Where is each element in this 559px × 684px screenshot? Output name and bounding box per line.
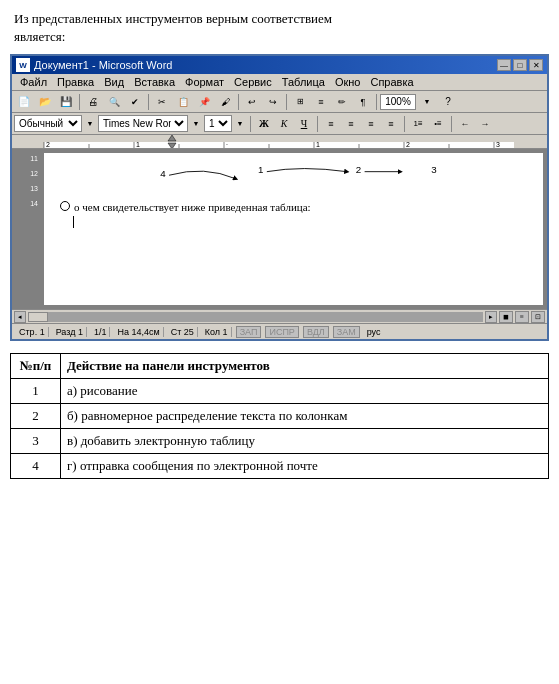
outline-view-btn[interactable]: ≡: [515, 311, 529, 323]
layout-view-btn[interactable]: ⊡: [531, 311, 545, 323]
print-button[interactable]: 🖨: [83, 93, 103, 111]
increase-indent-button[interactable]: →: [476, 115, 494, 132]
table-header-row: №п/п Действие на панели инструментов: [11, 354, 549, 379]
menu-help[interactable]: Справка: [366, 75, 417, 89]
svg-text:2: 2: [46, 141, 50, 148]
bullets-button[interactable]: •≡: [429, 115, 447, 132]
close-button[interactable]: ✕: [529, 59, 543, 71]
zoom-dropdown-button[interactable]: ▼: [417, 93, 437, 111]
size-select[interactable]: 12: [204, 115, 232, 132]
format-painter-button[interactable]: 🖌: [215, 93, 235, 111]
svg-text:1: 1: [136, 141, 140, 148]
status-lang: рус: [364, 327, 384, 337]
data-table-container: №п/п Действие на панели инструментов 1 а…: [10, 353, 549, 479]
redo-button[interactable]: ↪: [263, 93, 283, 111]
menu-table[interactable]: Таблица: [278, 75, 329, 89]
align-left-button[interactable]: ≡: [322, 115, 340, 132]
menu-edit[interactable]: Правка: [53, 75, 98, 89]
format-toolbar: Обычный ▼ Times New Roman ▼ 12 ▼ Ж К Ч ≡…: [12, 113, 547, 135]
normal-view-btn[interactable]: ◼: [499, 311, 513, 323]
text-cursor: [73, 216, 74, 228]
status-rec: ЗАП: [236, 326, 262, 338]
font-dropdown-btn[interactable]: ▼: [190, 115, 202, 133]
status-extend: ВДЛ: [303, 326, 329, 338]
ruler-svg: 2 1 · 1 2 3: [14, 135, 545, 149]
menu-window[interactable]: Окно: [331, 75, 365, 89]
word-icon: W: [16, 58, 30, 72]
ruler: 2 1 · 1 2 3: [12, 135, 547, 149]
svg-text:1: 1: [316, 141, 320, 148]
doc-main-text: о чем свидетельствует ниже приведенная т…: [74, 199, 311, 216]
columns-button[interactable]: ≡: [311, 93, 331, 111]
svg-text:4: 4: [160, 168, 166, 179]
separator1: [79, 94, 80, 110]
svg-rect-2: [44, 135, 514, 142]
maximize-button[interactable]: □: [513, 59, 527, 71]
svg-text:2: 2: [406, 141, 410, 148]
word-docarea[interactable]: 4 1 2 3: [40, 149, 547, 309]
fmt-sep3: [404, 116, 405, 132]
line-numbers: 11 12 13 14: [12, 149, 40, 309]
status-overtype: ЗАМ: [333, 326, 360, 338]
style-dropdown-btn[interactable]: ▼: [84, 115, 96, 133]
table-button[interactable]: ⊞: [290, 93, 310, 111]
status-col: Кол 1: [202, 327, 232, 337]
svg-text:3: 3: [431, 165, 436, 176]
decrease-indent-button[interactable]: ←: [456, 115, 474, 132]
paste-button[interactable]: 📌: [194, 93, 214, 111]
table-row: 2 б) равномерное распределение текста по…: [11, 404, 549, 429]
doc-text-line: о чем свидетельствует ниже приведенная т…: [60, 199, 527, 216]
data-table: №п/п Действие на панели инструментов 1 а…: [10, 353, 549, 479]
word-statusbar: Стр. 1 Разд 1 1/1 На 14,4см Ст 25 Кол 1 …: [12, 323, 547, 339]
scroll-left-btn[interactable]: ◂: [14, 311, 26, 323]
show-para-button[interactable]: ¶: [353, 93, 373, 111]
zoom-input[interactable]: [380, 94, 416, 110]
scroll-track[interactable]: [28, 312, 483, 322]
new-button[interactable]: 📄: [14, 93, 34, 111]
fmt-sep4: [451, 116, 452, 132]
align-center-button[interactable]: ≡: [342, 115, 360, 132]
doc-outer: 11 12 13 14 4 1 2: [12, 149, 547, 309]
menu-tools[interactable]: Сервис: [230, 75, 276, 89]
underline-button[interactable]: Ч: [295, 115, 313, 132]
fmt-sep1: [250, 116, 251, 132]
drawing-button[interactable]: ✏: [332, 93, 352, 111]
print-preview-button[interactable]: 🔍: [104, 93, 124, 111]
row1-num: 1: [11, 379, 61, 404]
save-button[interactable]: 💾: [56, 93, 76, 111]
help-button[interactable]: ?: [438, 93, 458, 111]
numbering-button[interactable]: 1≡: [409, 115, 427, 132]
intro-line1: Из представленных инструментов верным со…: [14, 10, 545, 28]
menu-file[interactable]: Файл: [16, 75, 51, 89]
arrows-area: 4 1 2 3: [60, 161, 527, 197]
status-pos: На 14,4см: [114, 327, 163, 337]
bold-button[interactable]: Ж: [255, 115, 273, 132]
size-dropdown-btn[interactable]: ▼: [234, 115, 246, 133]
open-button[interactable]: 📂: [35, 93, 55, 111]
align-right-button[interactable]: ≡: [362, 115, 380, 132]
cut-button[interactable]: ✂: [152, 93, 172, 111]
svg-text:·: ·: [226, 141, 228, 148]
menu-format[interactable]: Формат: [181, 75, 228, 89]
svg-rect-1: [44, 142, 514, 149]
undo-button[interactable]: ↩: [242, 93, 262, 111]
row3-num: 3: [11, 429, 61, 454]
status-pages: 1/1: [91, 327, 111, 337]
menu-insert[interactable]: Вставка: [130, 75, 179, 89]
row1-action: а) рисование: [61, 379, 549, 404]
word-title: Документ1 - Microsoft Word: [34, 59, 493, 71]
status-track: ИСПР: [265, 326, 298, 338]
row4-num: 4: [11, 454, 61, 479]
justify-button[interactable]: ≡: [382, 115, 400, 132]
scroll-right-btn[interactable]: ▸: [485, 311, 497, 323]
italic-button[interactable]: К: [275, 115, 293, 132]
menu-view[interactable]: Вид: [100, 75, 128, 89]
style-select[interactable]: Обычный: [14, 115, 82, 132]
copy-button[interactable]: 📋: [173, 93, 193, 111]
spell-button[interactable]: ✔: [125, 93, 145, 111]
header-action: Действие на панели инструментов: [61, 354, 549, 379]
minimize-button[interactable]: —: [497, 59, 511, 71]
separator3: [238, 94, 239, 110]
font-select[interactable]: Times New Roman: [98, 115, 188, 132]
table-row: 3 в) добавить электронную таблицу: [11, 429, 549, 454]
